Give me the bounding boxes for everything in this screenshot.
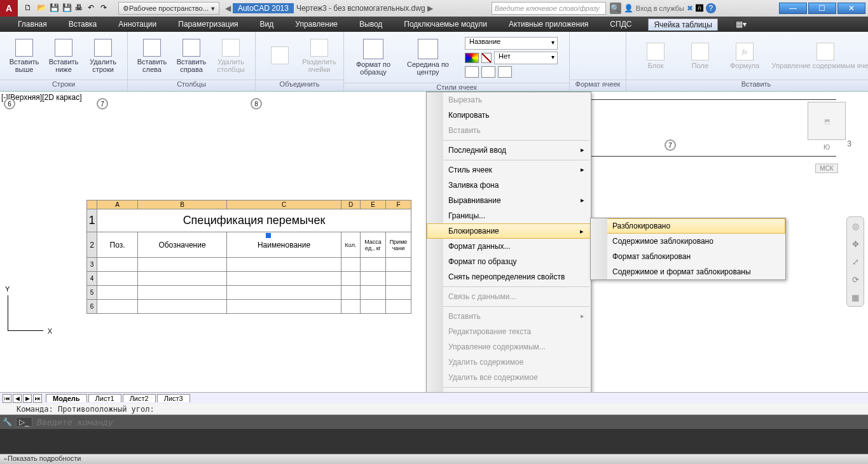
- insert-row-below-button[interactable]: Вставить ниже: [46, 39, 81, 73]
- row-header-5[interactable]: 5: [87, 286, 97, 300]
- signin-label[interactable]: Вход в службы: [636, 4, 684, 12]
- insert-col-right-button[interactable]: Вставить справа: [174, 39, 209, 73]
- search-go-icon[interactable]: 🔍: [610, 3, 621, 14]
- ctx-cut[interactable]: Вырезать: [427, 92, 591, 108]
- arrow-right-icon[interactable]: ▶: [425, 4, 435, 13]
- showmotion-icon[interactable]: ▦: [849, 291, 862, 304]
- align-center-button[interactable]: Середина по центру: [405, 39, 451, 76]
- bg-fill-combo[interactable]: Нет: [494, 52, 558, 64]
- maximize-button[interactable]: ☐: [808, 3, 836, 14]
- insert-block-button[interactable]: Блок: [638, 43, 673, 69]
- tab-annotate[interactable]: Аннотации: [113, 18, 162, 30]
- manage-content-button[interactable]: Управление содержимым ячейки: [771, 43, 868, 69]
- pan-icon[interactable]: ✥: [849, 237, 862, 250]
- saveas-icon[interactable]: 💾: [62, 3, 72, 13]
- tab-manage[interactable]: Управление: [290, 18, 343, 30]
- bg-swatch-icon[interactable]: [465, 53, 479, 63]
- border-btn-1[interactable]: [465, 66, 479, 78]
- exchange-icon[interactable]: ✖: [687, 4, 693, 13]
- ctx-insert[interactable]: Вставить: [427, 309, 591, 324]
- ctx-manage-content[interactable]: Управление содержимым...: [427, 339, 591, 355]
- insert-field-button[interactable]: Поле: [682, 43, 718, 69]
- insert-row-above-button[interactable]: Вставить выше: [6, 39, 42, 73]
- signin-icon[interactable]: 👤: [624, 4, 633, 13]
- ucs-icon[interactable]: X Y: [8, 293, 46, 331]
- ctx-last-input[interactable]: Последний ввод: [427, 143, 591, 158]
- hdr-notes[interactable]: Приме чани: [386, 232, 411, 258]
- ctx-delete-content[interactable]: Удалить содержимое: [427, 355, 591, 370]
- workspace-combo[interactable]: ⚙ Рабочее пространство... ▾: [118, 2, 219, 15]
- autodesk-icon[interactable]: 🅰: [696, 4, 703, 13]
- hdr-qty[interactable]: Кол.: [341, 232, 361, 258]
- nav-wheel-icon[interactable]: ◎: [849, 220, 862, 232]
- row-header-4[interactable]: 4: [87, 272, 97, 286]
- col-header-b[interactable]: B: [138, 200, 227, 209]
- tab-view[interactable]: Вид: [255, 18, 279, 30]
- lock-format[interactable]: Формат заблокирован: [591, 249, 785, 264]
- status-details[interactable]: ⨽Показать подробности: [4, 454, 81, 462]
- tab-extra-icon[interactable]: ▦▾: [736, 20, 747, 29]
- tab-active-apps[interactable]: Активные приложения: [504, 18, 593, 30]
- tab-sheet2[interactable]: Лист2: [123, 394, 156, 402]
- tab-output[interactable]: Вывод: [354, 18, 387, 30]
- tab-table-cell[interactable]: Ячейка таблицы: [648, 18, 717, 31]
- lock-content[interactable]: Содержимое заблокировано: [591, 234, 785, 249]
- open-icon[interactable]: 📂: [37, 3, 47, 13]
- cmd-line[interactable]: 🔧 ▷_: [0, 415, 868, 429]
- merge-cells-button[interactable]: [262, 46, 298, 66]
- ctx-data-format[interactable]: Формат данных...: [427, 239, 591, 254]
- orbit-icon[interactable]: ⟳: [849, 273, 862, 286]
- ctx-bg-fill[interactable]: Заливка фона: [427, 178, 591, 193]
- ctx-data-link[interactable]: Связь с данными...: [427, 289, 591, 304]
- row-header-1[interactable]: 1: [87, 209, 97, 232]
- app-logo[interactable]: A: [0, 0, 18, 17]
- cmd-input[interactable]: [36, 418, 865, 427]
- ctx-copy[interactable]: Копировать: [427, 108, 591, 123]
- split-cells-button[interactable]: Разделить ячейки: [301, 39, 337, 73]
- row-header-6[interactable]: 6: [87, 300, 97, 314]
- cell-style-combo[interactable]: Название: [465, 37, 558, 50]
- hdr-name[interactable]: Наименование: [227, 232, 341, 258]
- insert-formula-button[interactable]: fxФормула: [727, 43, 762, 69]
- tab-home[interactable]: Главная: [13, 18, 52, 30]
- row-header-2[interactable]: 2: [87, 232, 97, 258]
- ctx-borders[interactable]: Границы...: [427, 208, 591, 223]
- row-header-3[interactable]: 3: [87, 258, 97, 272]
- tab-model[interactable]: Модель: [46, 394, 87, 402]
- col-header-f[interactable]: F: [386, 200, 411, 209]
- ctx-remove-overrides[interactable]: Снять переопределения свойств: [427, 269, 591, 285]
- border-btn-3[interactable]: [498, 66, 512, 78]
- arrow-left-icon[interactable]: ◀: [223, 4, 233, 13]
- save-icon[interactable]: 💾: [50, 3, 60, 13]
- tab-insert[interactable]: Вставка: [64, 18, 102, 30]
- redo-icon[interactable]: ↷: [100, 3, 111, 13]
- hdr-pos[interactable]: Поз.: [97, 232, 138, 258]
- ctx-cell-style[interactable]: Стиль ячеек: [427, 162, 591, 178]
- hdr-designation[interactable]: Обозначение: [138, 232, 227, 258]
- match-format-button[interactable]: Формат по образцу: [350, 39, 396, 76]
- lock-unlocked[interactable]: Разблокировано: [591, 218, 785, 234]
- coord-system-label[interactable]: МСК: [815, 164, 837, 173]
- table-title[interactable]: Спецификация перемычек: [97, 209, 411, 232]
- tab-plugins[interactable]: Подключаемые модули: [399, 18, 492, 30]
- ctx-alignment[interactable]: Выравнивание: [427, 193, 591, 208]
- status-bar[interactable]: ⨽Показать подробности: [0, 454, 868, 464]
- insert-col-left-button[interactable]: Вставить слева: [134, 39, 170, 73]
- minimize-button[interactable]: —: [779, 3, 807, 14]
- ctx-paste[interactable]: Вставить: [427, 123, 591, 138]
- search-input[interactable]: Введите ключевое слово/фразу: [492, 2, 606, 15]
- tab-sheet1[interactable]: Лист1: [88, 394, 121, 402]
- border-btn-2[interactable]: [481, 66, 495, 78]
- tab-parametric[interactable]: Параметризация: [173, 18, 243, 30]
- zoom-extents-icon[interactable]: ⤢: [849, 255, 862, 268]
- tab-last-icon[interactable]: ⏭: [33, 394, 42, 403]
- delete-rows-button[interactable]: Удалить строки: [85, 39, 121, 73]
- col-header-e[interactable]: E: [361, 200, 386, 209]
- undo-icon[interactable]: ↶: [88, 3, 98, 13]
- col-header-a[interactable]: A: [97, 200, 138, 209]
- new-icon[interactable]: 🗋: [24, 3, 34, 13]
- col-header-d[interactable]: D: [341, 200, 361, 209]
- col-header-c[interactable]: C: [227, 200, 341, 209]
- spec-table[interactable]: A B C D E F 1 Спецификация перемычек 2 П…: [86, 200, 411, 314]
- tab-first-icon[interactable]: ⏮: [3, 394, 11, 403]
